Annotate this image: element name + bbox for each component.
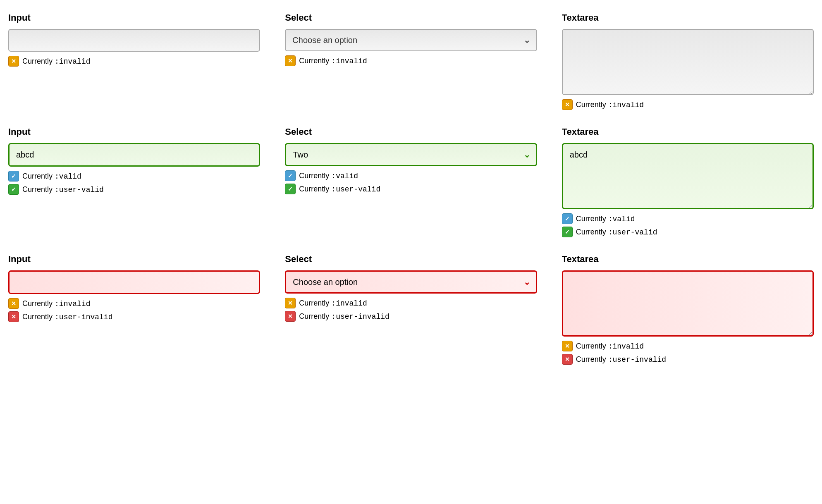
status-item-invalid-select-0: Currently :invalid — [285, 298, 537, 308]
badge-orange-x-icon — [285, 55, 296, 66]
status-item-default-select-0: Currently :invalid — [285, 55, 537, 66]
cell-default-select: SelectChoose an optionOneTwoThree⌄Curren… — [285, 12, 537, 110]
badge-orange-x-icon — [285, 298, 296, 308]
status-text: Currently :user-invalid — [22, 313, 112, 321]
status-list-default-textarea: Currently :invalid — [562, 99, 814, 110]
input-valid[interactable] — [8, 143, 260, 167]
status-item-valid-select-0: Currently :valid — [285, 170, 537, 181]
label-valid-select: Select — [285, 127, 537, 137]
label-invalid-select: Select — [285, 254, 537, 265]
select-valid[interactable]: Choose an optionOneTwoThree — [285, 143, 537, 166]
textarea-invalid[interactable] — [562, 270, 814, 337]
input-invalid[interactable] — [8, 270, 260, 294]
status-item-invalid-textarea-1: Currently :user-invalid — [562, 354, 814, 365]
badge-orange-x-icon — [562, 99, 573, 110]
status-list-valid-textarea: Currently :validCurrently :user-valid — [562, 213, 814, 237]
cell-valid-textarea: TextareaabcdCurrently :validCurrently :u… — [562, 127, 814, 237]
select-wrapper-default: Choose an optionOneTwoThree⌄ — [285, 29, 537, 51]
badge-blue-check-icon — [285, 170, 296, 181]
badge-green-check-icon — [285, 184, 296, 194]
select-wrapper-invalid: Choose an optionOneTwoThree⌄ — [285, 270, 537, 294]
select-invalid[interactable]: Choose an optionOneTwoThree — [285, 270, 537, 294]
label-default-textarea: Textarea — [562, 12, 814, 23]
label-default-select: Select — [285, 12, 537, 23]
cell-valid-input: InputCurrently :validCurrently :user-val… — [8, 127, 260, 237]
status-item-valid-input-0: Currently :valid — [8, 171, 260, 182]
badge-orange-x-icon — [8, 298, 19, 309]
status-text: Currently :valid — [22, 172, 81, 181]
status-text: Currently :user-invalid — [299, 312, 389, 321]
badge-blue-check-icon — [562, 213, 573, 224]
cell-valid-select: SelectChoose an optionOneTwoThree⌄Curren… — [285, 127, 537, 237]
cell-invalid-input: InputCurrently :invalidCurrently :user-i… — [8, 254, 260, 365]
status-text: Currently :user-invalid — [576, 355, 666, 364]
status-item-valid-textarea-1: Currently :user-valid — [562, 227, 814, 237]
status-text: Currently :user-valid — [22, 185, 104, 194]
status-item-default-input-0: Currently :invalid — [8, 56, 260, 67]
status-text: Currently :valid — [299, 172, 358, 180]
badge-orange-x-icon — [562, 341, 573, 351]
status-list-valid-input: Currently :validCurrently :user-valid — [8, 171, 260, 195]
textarea-valid[interactable]: abcd — [562, 143, 814, 209]
status-text: Currently :user-valid — [299, 185, 380, 193]
status-item-invalid-input-0: Currently :invalid — [8, 298, 260, 309]
cell-default-textarea: TextareaCurrently :invalid — [562, 12, 814, 110]
badge-orange-x-icon — [8, 56, 19, 67]
status-text: Currently :invalid — [576, 342, 644, 351]
main-grid: InputCurrently :invalidSelectChoose an o… — [8, 12, 814, 365]
badge-green-check-icon — [8, 184, 19, 195]
status-text: Currently :invalid — [299, 299, 367, 308]
status-item-invalid-textarea-0: Currently :invalid — [562, 341, 814, 351]
textarea-default[interactable] — [562, 29, 814, 95]
status-item-default-textarea-0: Currently :invalid — [562, 99, 814, 110]
cell-default-input: InputCurrently :invalid — [8, 12, 260, 110]
cell-invalid-textarea: TextareaCurrently :invalidCurrently :use… — [562, 254, 814, 365]
input-default[interactable] — [8, 29, 260, 52]
status-text: Currently :invalid — [22, 299, 90, 308]
label-invalid-input: Input — [8, 254, 260, 265]
status-item-valid-select-1: Currently :user-valid — [285, 184, 537, 194]
status-list-default-input: Currently :invalid — [8, 56, 260, 67]
status-list-invalid-textarea: Currently :invalidCurrently :user-invali… — [562, 341, 814, 365]
status-list-default-select: Currently :invalid — [285, 55, 537, 66]
status-list-valid-select: Currently :validCurrently :user-valid — [285, 170, 537, 194]
status-text: Currently :invalid — [576, 100, 644, 109]
badge-red-x-icon — [285, 311, 296, 322]
status-text: Currently :invalid — [299, 57, 367, 65]
select-default[interactable]: Choose an optionOneTwoThree — [285, 29, 537, 51]
status-text: Currently :user-valid — [576, 228, 657, 236]
status-item-valid-input-1: Currently :user-valid — [8, 184, 260, 195]
badge-blue-check-icon — [8, 171, 19, 182]
status-list-invalid-input: Currently :invalidCurrently :user-invali… — [8, 298, 260, 322]
badge-green-check-icon — [562, 227, 573, 237]
label-default-input: Input — [8, 12, 260, 23]
label-valid-input: Input — [8, 127, 260, 137]
cell-invalid-select: SelectChoose an optionOneTwoThree⌄Curren… — [285, 254, 537, 365]
label-valid-textarea: Textarea — [562, 127, 814, 137]
badge-red-x-icon — [8, 311, 19, 322]
status-item-invalid-input-1: Currently :user-invalid — [8, 311, 260, 322]
status-text: Currently :valid — [576, 215, 635, 223]
label-invalid-textarea: Textarea — [562, 254, 814, 265]
status-item-invalid-select-1: Currently :user-invalid — [285, 311, 537, 322]
badge-red-x-icon — [562, 354, 573, 365]
status-text: Currently :invalid — [22, 57, 90, 66]
select-wrapper-valid: Choose an optionOneTwoThree⌄ — [285, 143, 537, 166]
status-item-valid-textarea-0: Currently :valid — [562, 213, 814, 224]
status-list-invalid-select: Currently :invalidCurrently :user-invali… — [285, 298, 537, 322]
